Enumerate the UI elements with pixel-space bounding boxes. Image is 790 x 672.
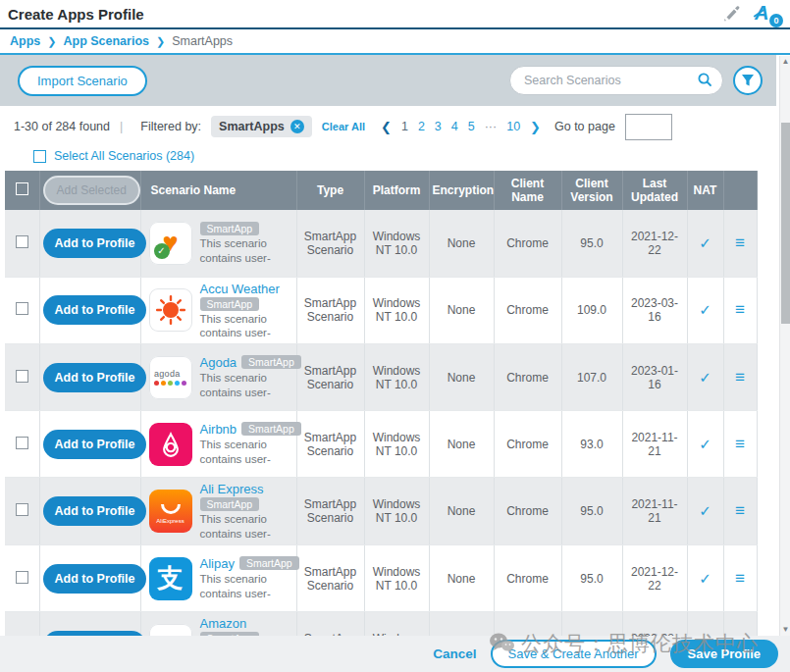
- row-checkbox[interactable]: [16, 302, 28, 315]
- scenario-name-link[interactable]: Amazon: [200, 616, 247, 631]
- filter-button[interactable]: [733, 66, 763, 95]
- cell-last-updated: 2023-03-16: [622, 277, 687, 344]
- scenario-name-link[interactable]: Ali Express: [200, 482, 264, 496]
- page-number-3[interactable]: 3: [435, 120, 442, 133]
- row-menu-icon[interactable]: ≡: [735, 569, 745, 588]
- row-menu-icon[interactable]: ≡: [735, 300, 745, 319]
- scenario-name-link[interactable]: Alipay: [200, 556, 235, 571]
- page-number-1[interactable]: 1: [401, 120, 408, 133]
- row-checkbox[interactable]: [16, 437, 28, 449]
- add-to-profile-button[interactable]: Add to Profile: [43, 564, 147, 594]
- scenario-description: This scenario contains user-: [200, 236, 302, 265]
- cancel-button[interactable]: Cancel: [433, 646, 476, 661]
- agoda-app-icon: agoda: [149, 356, 192, 399]
- cell-client-name: Chrome: [494, 411, 561, 478]
- scenario-table: Add Selected Scenario Name Type Platform…: [5, 171, 757, 672]
- cell-encryption: None: [429, 210, 494, 277]
- vertical-scrollbar[interactable]: ▲ ▼: [779, 56, 790, 636]
- smartapp-badge: SmartApp: [241, 355, 301, 369]
- nat-check-icon: ✓: [699, 436, 711, 452]
- add-to-profile-button[interactable]: Add to Profile: [43, 496, 147, 526]
- nat-check-icon: ✓: [699, 234, 711, 251]
- add-to-profile-button[interactable]: Add to Profile: [43, 229, 147, 258]
- cell-type: SmartApp Scenario: [296, 344, 364, 411]
- goto-page-input[interactable]: [625, 114, 672, 140]
- remove-filter-icon[interactable]: ✕: [290, 120, 304, 133]
- save-profile-button[interactable]: Save Profile: [670, 640, 778, 668]
- col-type: Type: [296, 171, 364, 210]
- page-number-4[interactable]: 4: [451, 120, 458, 133]
- pagination-row: 1-30 of 284 found | Filtered by: SmartAp…: [0, 108, 790, 145]
- scrollbar-thumb[interactable]: [781, 123, 790, 324]
- nat-check-icon: ✓: [699, 301, 711, 318]
- scenario-row: Add to Profile ♥✓ SmartApp This scenario…: [5, 210, 757, 277]
- row-menu-icon[interactable]: ≡: [735, 501, 745, 520]
- cell-type: SmartApp Scenario: [296, 277, 364, 344]
- save-and-create-another-button[interactable]: Save & Create Another: [491, 640, 657, 668]
- cell-client-name: Chrome: [494, 277, 561, 344]
- cell-last-updated: 2021-12-22: [622, 545, 687, 612]
- next-page-icon[interactable]: ❯: [530, 120, 541, 134]
- cell-last-updated: 2021-11-21: [622, 411, 687, 478]
- cell-platform: Windows NT 10.0: [364, 545, 429, 612]
- cell-type: SmartApp Scenario: [296, 478, 364, 545]
- prev-page-icon[interactable]: ❮: [381, 120, 392, 134]
- row-menu-icon[interactable]: ≡: [735, 233, 745, 252]
- scenario-name-link[interactable]: Accu Weather: [200, 282, 280, 296]
- smartapp-badge: SmartApp: [200, 497, 260, 511]
- smartapp-badge: SmartApp: [239, 556, 299, 570]
- scroll-up-icon[interactable]: ▲: [780, 56, 790, 68]
- col-actions: [723, 171, 757, 210]
- select-all-checkbox[interactable]: [33, 150, 46, 163]
- row-checkbox[interactable]: [16, 571, 28, 584]
- header-checkbox[interactable]: [16, 182, 28, 195]
- add-to-profile-button[interactable]: Add to Profile: [43, 363, 147, 392]
- scenario-row: Add to Profile Airbnb SmartApp This scen…: [5, 411, 757, 478]
- scroll-down-icon[interactable]: ▼: [780, 624, 790, 636]
- scenario-name-link[interactable]: Airbnb: [200, 422, 237, 437]
- nat-check-icon: ✓: [699, 570, 711, 587]
- breadcrumb: Apps ❯ App Scenarios ❯ SmartApps: [0, 29, 790, 55]
- add-to-profile-button[interactable]: Add to Profile: [43, 295, 147, 325]
- scenario-row: Add to Profile AliExpress Ali Express Sm…: [5, 478, 757, 545]
- col-scenario-name: Scenario Name: [140, 171, 296, 210]
- search-icon[interactable]: [697, 72, 712, 90]
- scenario-description: This scenario contains user-: [200, 512, 302, 541]
- row-menu-icon[interactable]: ≡: [735, 368, 745, 387]
- page-ellipsis: ···: [485, 120, 498, 133]
- scenario-row: Add to Profile agoda Agoda SmartApp This…: [5, 344, 757, 411]
- aliexpress-app-icon: AliExpress: [149, 490, 192, 533]
- edit-pencil-icon[interactable]: [721, 5, 741, 23]
- add-selected-button[interactable]: Add Selected: [43, 176, 140, 205]
- cell-client-name: Chrome: [494, 344, 561, 411]
- col-encryption: Encryption: [429, 171, 494, 210]
- col-client-version: Client Version: [561, 171, 622, 210]
- cell-client-name: Chrome: [494, 478, 561, 545]
- add-to-profile-button[interactable]: Add to Profile: [43, 430, 147, 459]
- smartapp-badge: SmartApp: [200, 222, 260, 235]
- row-menu-icon[interactable]: ≡: [735, 435, 745, 453]
- table-header-row: Add Selected Scenario Name Type Platform…: [5, 171, 757, 210]
- cell-encryption: None: [429, 478, 494, 545]
- scenario-name-link[interactable]: Agoda: [200, 355, 237, 370]
- clear-all-link[interactable]: Clear All: [322, 121, 365, 132]
- smartapp-badge: SmartApp: [241, 422, 301, 436]
- row-checkbox[interactable]: [16, 235, 28, 248]
- page-number-5[interactable]: 5: [468, 120, 475, 133]
- search-input[interactable]: [524, 74, 697, 87]
- select-all-row: Select All Scenarios (284): [0, 145, 790, 167]
- scenario-description: This scenario contains user-: [200, 312, 302, 340]
- page-number-2[interactable]: 2: [418, 120, 425, 133]
- breadcrumb-apps[interactable]: Apps: [10, 34, 40, 48]
- page-title: Create Apps Profile: [8, 6, 144, 23]
- page-number-10[interactable]: 10: [506, 120, 520, 133]
- cell-platform: Windows NT 10.0: [364, 478, 429, 545]
- import-scenario-button[interactable]: Import Scenario: [18, 66, 147, 96]
- funnel-icon: [741, 74, 755, 87]
- row-checkbox[interactable]: [16, 503, 28, 516]
- search-scenarios-box[interactable]: [509, 66, 723, 95]
- breadcrumb-app-scenarios[interactable]: App Scenarios: [63, 34, 149, 48]
- chevron-right-icon: ❯: [156, 35, 165, 48]
- apps-profile-count-icon[interactable]: A 0: [755, 2, 780, 26]
- row-checkbox[interactable]: [16, 370, 28, 383]
